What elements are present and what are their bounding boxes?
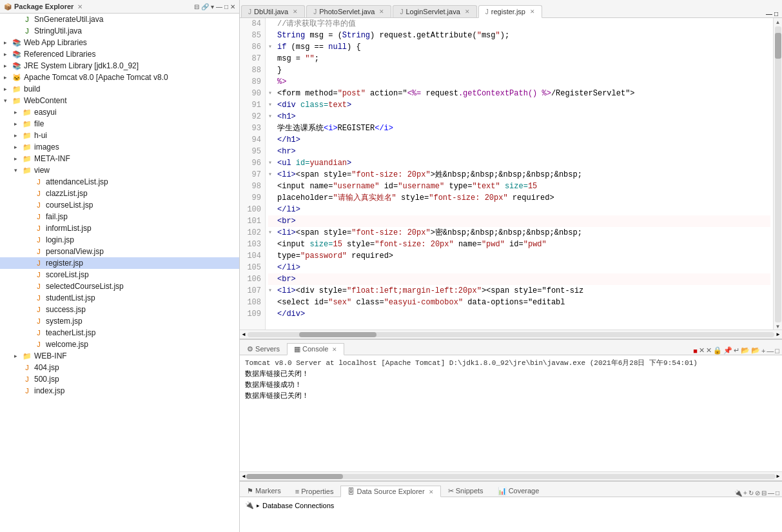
horizontal-scrollbar[interactable]: ◄ ► — [240, 330, 782, 339]
tree-arrow[interactable]: ▸ — [4, 63, 12, 69]
tab-console[interactable]: ▦ Console ✕ — [287, 343, 344, 355]
tree-item-register[interactable]: Jregister.jsp — [0, 257, 239, 269]
remove-btn[interactable]: ✕ — [706, 346, 712, 355]
fold-marker[interactable] — [268, 285, 277, 297]
tab-markers[interactable]: ⚑ Markers — [240, 485, 288, 497]
package-explorer-close[interactable]: ✕ — [77, 3, 83, 10]
tree-item-images[interactable]: ▸📁images — [0, 141, 239, 153]
fold-marker[interactable] — [268, 111, 277, 123]
fold-close-icon[interactable] — [268, 90, 272, 97]
tree-item-scorelist[interactable]: JscoreList.jsp — [0, 269, 239, 281]
tab-coverage[interactable]: 📊 Coverage — [491, 485, 547, 497]
maximize-console-btn[interactable]: □ — [775, 347, 779, 355]
fold-close-icon[interactable] — [268, 229, 272, 236]
minimize-btn[interactable]: — — [216, 3, 222, 10]
scroll-thumb[interactable] — [775, 33, 781, 59]
tree-item-index[interactable]: Jindex.jsp — [0, 385, 239, 397]
tree-arrow[interactable]: ▸ — [4, 74, 12, 81]
tree-arrow[interactable]: ▸ — [14, 353, 22, 359]
refresh-btn[interactable]: ↻ — [748, 489, 754, 497]
tree-arrow[interactable]: ▸ — [14, 144, 22, 150]
tab-register-close[interactable]: ✕ — [530, 8, 535, 15]
scroll-up-btn[interactable]: ▲ — [776, 19, 781, 25]
code-area[interactable]: //请求获取字符串的值String msg = (String) request… — [266, 18, 773, 330]
tree-item-reflib[interactable]: ▸📚Referenced Libraries — [0, 48, 239, 60]
new-conn-btn[interactable]: + — [743, 489, 747, 497]
tree-arrow[interactable]: ▸ — [4, 86, 12, 92]
tree-arrow[interactable]: ▸ — [14, 121, 22, 127]
tree-item-view[interactable]: ▾📁view — [0, 164, 239, 176]
tree-item-webapp[interactable]: ▸📚Web App Libraries — [0, 37, 239, 48]
maximize-bottom-btn[interactable]: □ — [776, 489, 779, 497]
minimize-console-btn[interactable]: — — [767, 347, 774, 355]
tree-item-system[interactable]: Jsystem.jsp — [0, 315, 239, 327]
tree-item-500[interactable]: J500.jsp — [0, 373, 239, 385]
tree-item-jre[interactable]: ▸📚JRE System Library [jdk1.8.0_92] — [0, 60, 239, 72]
tree-item-404[interactable]: J404.jsp — [0, 362, 239, 373]
db-connections-item[interactable]: 🔌 ▸ Database Connections — [245, 500, 777, 511]
open-output-btn[interactable]: 📂 — [751, 346, 760, 355]
tab-loginservlet[interactable]: J LoginServlet.java ✕ — [393, 5, 476, 17]
tab-photoservlet[interactable]: J PhotoServlet.java ✕ — [306, 5, 391, 17]
scroll-lock-btn[interactable]: 🔒 — [713, 346, 722, 355]
tree-item-str[interactable]: JStringUtil.java — [0, 25, 239, 37]
filter-btn[interactable]: ⊘ — [755, 489, 760, 497]
tree-item-success[interactable]: Jsuccess.jsp — [0, 304, 239, 315]
word-wrap-btn[interactable]: ↵ — [734, 346, 739, 355]
tab-datasource[interactable]: 🗄 Data Source Explorer ✕ — [340, 486, 440, 497]
tree-item-file[interactable]: ▸📁file — [0, 118, 239, 130]
tree-item-courselist[interactable]: JcourseList.jsp — [0, 199, 239, 211]
scroll-down-btn[interactable]: ▼ — [776, 324, 781, 330]
tree-item-metainf[interactable]: ▸📁META-INF — [0, 153, 239, 164]
clear-btn[interactable]: ✕ — [699, 346, 705, 355]
pin-btn[interactable]: 📌 — [723, 346, 732, 355]
tab-dbutil-close[interactable]: ✕ — [293, 8, 298, 15]
scroll-left-btn[interactable]: ◄ — [241, 331, 246, 337]
tab-register[interactable]: J register.jsp ✕ — [478, 5, 542, 18]
fold-close-icon[interactable] — [268, 287, 272, 294]
tree-item-informlist[interactable]: JinformList.jsp — [0, 222, 239, 234]
view-menu-btn[interactable]: ▾ — [211, 3, 214, 10]
fold-marker[interactable] — [268, 41, 277, 53]
tree-item-tomcat[interactable]: ▸🐱Apache Tomcat v8.0 [Apache Tomcat v8.0 — [0, 72, 239, 83]
fold-marker[interactable] — [268, 88, 277, 99]
h-scroll-thumb[interactable] — [299, 332, 376, 337]
tab-loginservlet-close[interactable]: ✕ — [465, 8, 470, 15]
tree-item-clazzlist[interactable]: JclazzList.jsp — [0, 188, 239, 199]
tree-item-webcontent[interactable]: ▾📁WebContent — [0, 95, 239, 106]
editor-maximize-btn[interactable]: □ — [774, 10, 778, 17]
tree-item-webinf[interactable]: ▸📁WEB-INF — [0, 350, 239, 362]
console-h-thumb[interactable] — [246, 474, 343, 479]
tree-arrow[interactable]: ▸ — [4, 39, 12, 46]
tab-console-close[interactable]: ✕ — [332, 346, 337, 353]
tree-item-easyui[interactable]: ▸📁easyui — [0, 106, 239, 118]
tab-snippets[interactable]: ✂ Snippets — [441, 485, 491, 497]
console-h-scrollbar[interactable]: ◄ ► — [240, 471, 782, 480]
console-scroll-right[interactable]: ► — [776, 473, 781, 479]
tree-item-selectedcourselist[interactable]: JselectedCourseList.jsp — [0, 281, 239, 292]
tree-arrow[interactable]: ▸ — [14, 109, 22, 115]
fold-marker[interactable] — [268, 157, 277, 169]
tree-item-sn[interactable]: JSnGenerateUtil.java — [0, 14, 239, 25]
tab-properties[interactable]: ≡ Properties — [288, 486, 341, 497]
tree-item-attendancelist[interactable]: JattendanceList.jsp — [0, 176, 239, 188]
tree-item-hui[interactable]: ▸📁h-ui — [0, 130, 239, 141]
tree-arrow[interactable]: ▾ — [4, 97, 12, 104]
collapse-all-btn[interactable]: ⊟ — [194, 3, 199, 10]
open-file-btn[interactable]: 📂 — [741, 346, 750, 355]
tree-item-studentlist[interactable]: JstudentList.jsp — [0, 292, 239, 304]
connect-db-btn[interactable]: 🔌 — [734, 489, 742, 497]
tree-item-welcome[interactable]: Jwelcome.jsp — [0, 339, 239, 350]
fold-close-icon[interactable] — [268, 159, 272, 166]
collapse-btn[interactable]: ⊟ — [761, 489, 767, 497]
fold-close-icon[interactable] — [268, 101, 272, 108]
fold-marker[interactable] — [268, 99, 277, 111]
fold-close-icon[interactable] — [268, 43, 272, 50]
stop-btn[interactable]: ■ — [693, 347, 698, 355]
tree-arrow[interactable]: ▸ — [14, 132, 22, 139]
editor-minimize-btn[interactable]: — — [766, 10, 772, 17]
tab-datasource-close[interactable]: ✕ — [429, 489, 434, 495]
tab-dbutil[interactable]: J DbUtil.java ✕ — [241, 5, 305, 17]
tab-photoservlet-close[interactable]: ✕ — [379, 8, 384, 15]
console-scroll-left[interactable]: ◄ — [241, 473, 246, 479]
